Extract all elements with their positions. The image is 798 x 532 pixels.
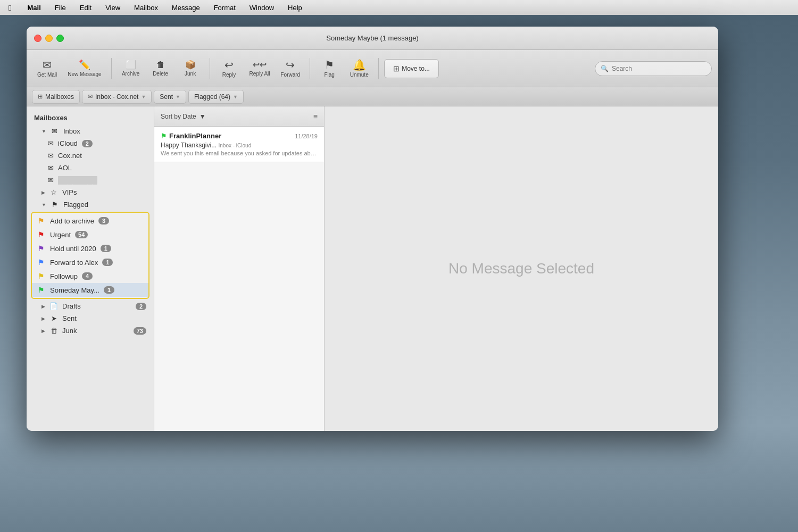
sidebar-item-inbox[interactable]: ▼ ✉ Inbox xyxy=(27,125,154,137)
inbox-expand-icon: ▼ xyxy=(41,129,46,134)
tab-inbox-cox-label: Inbox - Cox.net xyxy=(95,93,138,101)
cox-icon: ✉ xyxy=(48,152,54,160)
sidebar-mailboxes-header[interactable]: Mailboxes xyxy=(27,111,154,125)
menu-message[interactable]: Message xyxy=(170,3,202,13)
menu-window[interactable]: Window xyxy=(247,3,276,13)
sort-label[interactable]: Sort by Date xyxy=(161,113,196,120)
flag-label: Flag xyxy=(324,72,334,78)
followup-label: Followup xyxy=(50,272,78,280)
flag-icon: ⚑ xyxy=(325,60,334,70)
menu-help[interactable]: Help xyxy=(286,3,304,13)
maximize-button[interactable] xyxy=(56,35,64,42)
urgent-badge: 54 xyxy=(75,231,88,238)
move-to-label: Move to... xyxy=(402,65,430,72)
someday-may-label: Someday May... xyxy=(50,286,99,294)
menu-bar:  Mail File Edit View Mailbox Message Fo… xyxy=(0,0,798,15)
reply-icon: ↩ xyxy=(225,60,234,70)
tab-mailboxes[interactable]: ⊞ Mailboxes xyxy=(32,90,80,104)
message-list-header: Sort by Date ▼ ≡ xyxy=(154,106,324,127)
junk-button[interactable]: 📦 Junk xyxy=(177,54,204,84)
message-date: 11/28/19 xyxy=(295,133,318,139)
move-to-button[interactable]: ⊞ Move to... xyxy=(384,59,439,78)
icloud-label: iCloud xyxy=(58,139,78,147)
search-icon: 🔍 xyxy=(601,65,609,72)
drafts-label: Drafts xyxy=(62,302,131,310)
sidebar-item-flagged[interactable]: ▼ ⚑ Flagged xyxy=(27,198,154,211)
delete-button[interactable]: 🗑 Delete xyxy=(147,54,174,84)
message-item[interactable]: ⚑ FranklinPlanner 11/28/19 Happy Thanksg… xyxy=(154,127,324,162)
toolbar-sep-3 xyxy=(310,58,310,79)
cox-label: Cox.net xyxy=(58,152,82,160)
reply-button[interactable]: ↩ Reply xyxy=(215,54,243,84)
junk-icon: 📦 xyxy=(185,61,196,69)
sidebar-item-sent[interactable]: ▶ ➤ Sent xyxy=(27,312,154,325)
tab-sent-label: Sent xyxy=(160,93,173,101)
close-button[interactable] xyxy=(34,35,41,42)
reply-all-button[interactable]: ↩↩ Reply All xyxy=(245,54,275,84)
message-header-row: ⚑ FranklinPlanner 11/28/19 xyxy=(161,132,318,140)
new-message-button[interactable]: ✏️ New Message xyxy=(63,54,105,84)
sent-label: Sent xyxy=(62,314,146,322)
get-mail-icon: ✉ xyxy=(43,60,52,70)
tab-flagged[interactable]: Flagged (64) ▼ xyxy=(188,90,244,104)
archive-button[interactable]: ⬜ Archive xyxy=(117,54,145,84)
window-title: Someday Maybe (1 message) xyxy=(326,34,418,42)
new-message-label: New Message xyxy=(68,71,101,77)
menu-edit[interactable]: Edit xyxy=(78,3,94,13)
inbox-cox-chevron-icon: ▼ xyxy=(141,94,146,99)
tab-inbox-cox[interactable]: ✉ Inbox - Cox.net ▼ xyxy=(82,90,152,104)
no-message-text: No Message Selected xyxy=(448,260,594,277)
sidebar-item-urgent[interactable]: ⚑ Urgent 54 xyxy=(32,228,148,242)
sent-expand-icon: ▶ xyxy=(41,316,45,321)
flagged-chevron-icon: ▼ xyxy=(233,94,238,99)
delete-icon: 🗑 xyxy=(156,61,165,69)
junk-sidebar-icon: 🗑 xyxy=(49,327,58,335)
unmute-icon: 🔔 xyxy=(353,60,366,70)
menu-view[interactable]: View xyxy=(103,3,122,13)
menu-file[interactable]: File xyxy=(53,3,68,13)
title-bar: Someday Maybe (1 message) xyxy=(27,27,718,50)
followup-badge: 4 xyxy=(82,272,93,280)
sidebar-item-junk[interactable]: ▶ 🗑 Junk 73 xyxy=(27,325,154,337)
hold-until-2020-badge: 1 xyxy=(101,245,111,252)
add-to-archive-label: Add to archive xyxy=(50,217,94,225)
flagged-label: Flagged xyxy=(63,201,146,209)
sidebar-item-other[interactable]: ✉ ████████ xyxy=(27,174,154,186)
forward-icon: ↪ xyxy=(286,60,295,70)
unmute-button[interactable]: 🔔 Unmute xyxy=(345,54,373,84)
icloud-icon: ✉ xyxy=(48,139,54,147)
minimize-button[interactable] xyxy=(45,35,53,42)
sidebar-item-vips[interactable]: ▶ ☆ VIPs xyxy=(27,186,154,198)
sort-options-icon[interactable]: ≡ xyxy=(313,112,318,121)
flag-button[interactable]: ⚑ Flag xyxy=(315,54,343,84)
vips-label: VIPs xyxy=(62,188,146,196)
search-bar[interactable]: 🔍 xyxy=(595,61,712,76)
sidebar-item-hold-until-2020[interactable]: ⚑ Hold until 2020 1 xyxy=(32,242,148,255)
forward-button[interactable]: ↪ Forward xyxy=(277,54,305,84)
get-mail-button[interactable]: ✉ Get Mail xyxy=(33,54,61,84)
menu-mail[interactable]: Mail xyxy=(25,3,43,13)
menu-mailbox[interactable]: Mailbox xyxy=(132,3,160,13)
tab-bar: ⊞ Mailboxes ✉ Inbox - Cox.net ▼ Sent ▼ F… xyxy=(27,87,718,106)
inbox-label: Inbox xyxy=(63,127,146,135)
sidebar-item-drafts[interactable]: ▶ 📄 Drafts 2 xyxy=(27,300,154,312)
sidebar-item-forward-to-alex[interactable]: ⚑ Forward to Alex 1 xyxy=(32,255,148,269)
sidebar-item-followup[interactable]: ⚑ Followup 4 xyxy=(32,269,148,283)
sidebar-item-icloud[interactable]: ✉ iCloud 2 xyxy=(27,137,154,149)
flag-purple-icon: ⚑ xyxy=(36,244,46,253)
sidebar-item-add-to-archive[interactable]: ⚑ Add to archive 3 xyxy=(32,214,148,228)
aol-label: AOL xyxy=(58,164,72,172)
search-input[interactable] xyxy=(612,65,706,72)
sidebar-item-aol[interactable]: ✉ AOL xyxy=(27,162,154,174)
new-message-icon: ✏️ xyxy=(79,60,90,70)
unmute-label: Unmute xyxy=(350,72,369,78)
toolbar-sep-2 xyxy=(210,58,210,79)
forward-to-alex-label: Forward to Alex xyxy=(50,259,98,267)
apple-menu[interactable]:  xyxy=(6,2,13,13)
sidebar-item-cox[interactable]: ✉ Cox.net xyxy=(27,149,154,162)
menu-format[interactable]: Format xyxy=(212,3,238,13)
urgent-label: Urgent xyxy=(50,231,71,239)
sidebar-item-someday-may[interactable]: ⚑ Someday May... 1 xyxy=(32,283,148,297)
junk-badge: 73 xyxy=(134,327,146,335)
tab-sent[interactable]: Sent ▼ xyxy=(154,90,186,104)
